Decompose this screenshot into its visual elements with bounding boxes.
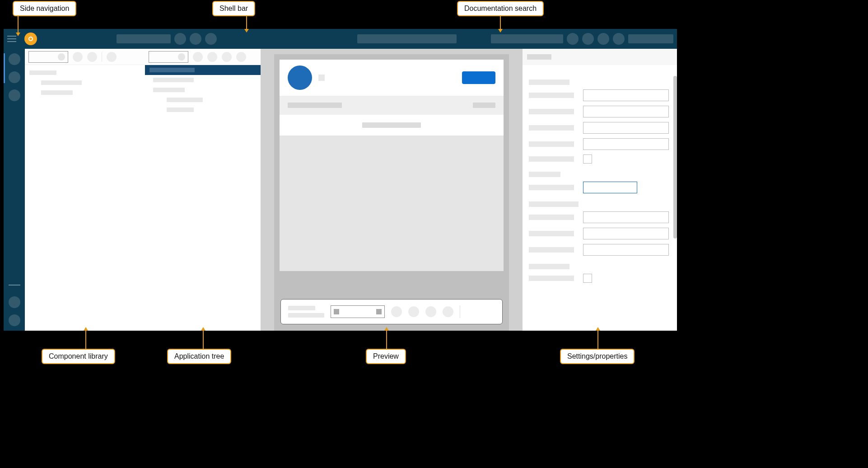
library-tree [25,65,145,100]
property-row [529,211,669,223]
svg-marker-9 [201,327,205,331]
library-action-1[interactable] [73,52,83,62]
property-row [529,274,669,283]
primary-button[interactable] [462,71,495,84]
documentation-search-input[interactable] [491,34,563,43]
property-input[interactable] [583,89,669,101]
shell-action-5[interactable] [582,33,594,45]
search-icon [178,53,185,61]
shell-title-placeholder [357,34,457,43]
property-row [529,106,669,117]
properties-tab[interactable] [527,54,551,60]
property-label [529,156,574,162]
property-label [529,125,574,131]
property-input[interactable] [583,138,669,150]
callout-preview: Preview [366,349,406,364]
shell-action-7[interactable] [613,33,625,45]
tree-action-1[interactable] [193,52,203,62]
search-icon [58,53,65,61]
tree-search-input[interactable] [149,51,188,63]
footer-action-3[interactable] [425,306,436,317]
property-label [529,109,574,114]
properties-tabs [523,49,677,65]
preview-section-header [280,115,504,136]
svg-marker-3 [244,29,249,33]
property-section-title [529,264,569,269]
property-checkbox[interactable] [583,274,592,283]
shell-action-1[interactable] [174,33,186,45]
callout-application-tree: Application tree [167,349,231,364]
property-section-title [529,80,569,85]
pointer-preview [382,327,391,351]
property-checkbox[interactable] [583,154,592,164]
tree-action-4[interactable] [236,52,246,62]
device-canvas [274,54,509,331]
tree-action-2[interactable] [207,52,217,62]
nav-item-3[interactable] [9,89,20,101]
app-frame [4,29,677,331]
preview-object-header [280,60,504,96]
tree-item[interactable] [145,95,261,105]
footer-action-4[interactable] [443,306,453,317]
library-action-3[interactable] [107,52,117,62]
callout-doc-search: Documentation search [457,1,544,16]
footer-action-2[interactable] [408,306,419,317]
library-item[interactable] [25,88,145,98]
shell-user-placeholder[interactable] [628,34,673,43]
logo-icon[interactable] [24,33,37,45]
tree-item[interactable] [145,105,261,115]
side-navigation [4,49,25,331]
nav-bottom-1[interactable] [9,296,20,308]
preview-footer-toolbar [280,299,503,324]
library-search-input[interactable] [28,51,68,63]
toolbar-divider [102,52,102,62]
header-icon [318,75,325,81]
property-row [529,182,669,193]
nav-item-1[interactable] [9,53,20,65]
shell-dropdown[interactable] [117,34,171,43]
property-row [529,154,669,164]
shell-action-3[interactable] [205,33,217,45]
property-label [529,231,574,236]
svg-marker-1 [16,33,20,36]
footer-action-1[interactable] [391,306,402,317]
property-input-focused[interactable] [583,182,637,193]
property-label [529,141,574,147]
property-input[interactable] [583,122,669,134]
property-input[interactable] [583,244,669,256]
nav-item-2[interactable] [9,71,20,83]
device-selector[interactable] [331,305,385,318]
application-tree [145,65,261,115]
property-section-title [529,201,579,207]
svg-marker-5 [498,29,503,33]
library-item[interactable] [25,68,145,78]
tree-item[interactable] [145,75,261,85]
tree-item[interactable] [145,85,261,95]
callout-settings-properties: Settings/properties [560,349,635,364]
library-item[interactable] [25,78,145,88]
pointer-application-tree [199,327,208,351]
svg-marker-7 [84,327,88,331]
property-input[interactable] [583,106,669,117]
svg-marker-13 [596,327,600,331]
library-action-2[interactable] [87,52,97,62]
svg-marker-11 [384,327,389,331]
property-input[interactable] [583,228,669,239]
pointer-side-nav [14,14,23,36]
properties-scrollbar[interactable] [673,76,677,239]
active-indicator [4,53,5,83]
shell-action-4[interactable] [567,33,579,45]
nav-bottom-2[interactable] [9,314,20,326]
tree-item-selected[interactable] [145,65,261,75]
shell-action-2[interactable] [190,33,201,45]
property-row [529,89,669,101]
shell-action-6[interactable] [597,33,609,45]
tree-toolbar [145,49,261,65]
property-label [529,215,574,220]
tree-action-3[interactable] [222,52,232,62]
properties-panel [523,49,677,331]
callout-side-navigation: Side navigation [13,1,76,16]
pointer-doc-search [496,14,505,33]
property-row [529,122,669,134]
property-input[interactable] [583,211,669,223]
